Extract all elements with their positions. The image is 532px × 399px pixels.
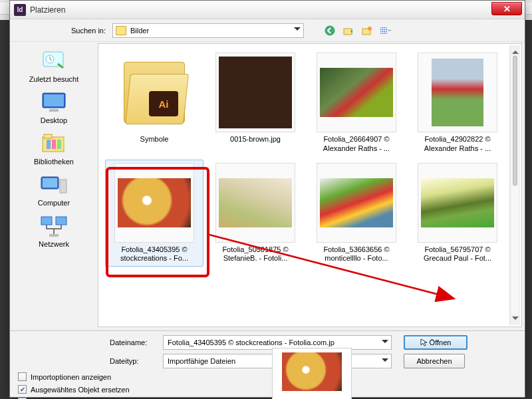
places-label: Desktop [14,116,94,124]
file-list[interactable]: Ai Symbole 0015-brown.jpg Fotolia_266649… [98,43,522,327]
places-label: Computer [14,199,94,207]
chevron-down-icon [382,358,388,365]
svg-rect-11 [44,134,52,138]
filetype-label: Dateityp: [110,357,163,365]
image-thumb [320,68,393,117]
checkbox-icon [18,372,27,381]
up-one-level-button[interactable] [341,23,356,38]
check-replace-selected[interactable]: ✔ Ausgewähltes Objekt ersetzen [18,385,519,394]
folder-thumb-icon: Ai [124,62,185,123]
svg-rect-16 [43,178,57,188]
image-thumb [219,178,292,227]
chevron-down-icon [294,27,301,34]
checkbox-icon: ✔ [18,385,27,394]
file-caption: Fotolia_53663656 © [311,245,402,255]
chevron-down-icon [382,340,388,346]
scroll-up-button[interactable] [510,45,520,56]
open-label: Öffnen [430,338,452,346]
filetype-value: Importfähige Dateien [168,357,235,365]
file-item[interactable]: Fotolia_56795707 ©Grecaud Paul - Fot... [408,160,507,267]
svg-rect-20 [49,234,59,237]
computer-icon [40,172,68,198]
folder-new-icon [362,25,372,36]
scroll-down-button[interactable] [510,315,520,325]
file-caption: Fotolia_42902822 © [412,135,503,144]
lookin-dropdown[interactable]: Bilder [112,23,304,38]
image-thumb [320,178,393,227]
check-import-options[interactable]: Importoptionen anzeigen [18,372,519,381]
check-label: Importoptionen anzeigen [31,373,111,381]
filename-value: Fotolia_43405395 © stockcreations - Foto… [168,338,334,346]
new-folder-button[interactable] [360,23,374,38]
file-item[interactable]: Fotolia_26664907 ©Alexander Raths - ... [307,49,406,157]
places-bar: Zuletzt besucht Desktop Bibliotheken Com… [10,42,98,330]
svg-rect-18 [41,217,52,225]
file-item-selected[interactable]: Fotolia_43405395 ©stockcreations - Fo... [105,160,203,267]
image-thumb [219,57,292,128]
nav-back-button[interactable] [323,23,337,38]
file-grid: Ai Symbole 0015-brown.jpg Fotolia_266649… [105,49,519,324]
svg-rect-12 [47,140,51,149]
file-item[interactable]: Fotolia_42902822 ©Alexander Raths - ... [408,49,507,157]
image-thumb [421,178,494,227]
svg-rect-19 [56,217,66,225]
places-recent[interactable]: Zuletzt besucht [14,46,94,86]
places-computer[interactable]: Computer [14,170,94,209]
file-caption: Fotolia_43405395 © [108,245,200,255]
folder-icon [116,26,126,35]
desktop-icon [40,90,68,115]
lookin-label: Suchen in: [10,27,110,35]
preview-image [282,352,342,391]
places-desktop[interactable]: Desktop [14,87,94,127]
image-thumb [432,59,483,126]
folder-up-icon [343,25,354,36]
options-area: Importoptionen anzeigen ✔ Ausgewähltes O… [10,370,525,399]
svg-point-0 [325,26,334,35]
back-arrow-icon [325,25,335,36]
svg-rect-14 [57,140,61,149]
cursor-icon [420,338,428,346]
places-label: Bibliotheken [14,158,94,166]
check-label: Ausgewähltes Objekt ersetzen [31,386,130,394]
svg-rect-8 [44,94,64,106]
preview-pane [272,348,352,399]
file-item-folder-symbole[interactable]: Ai Symbole [105,49,203,157]
image-thumb [118,178,191,227]
svg-rect-4 [381,27,387,33]
view-grid-icon [380,25,391,36]
close-button[interactable]: ✕ [491,2,522,15]
file-caption: Fotolia_50561875 © [209,245,301,255]
svg-rect-13 [52,140,56,149]
places-network[interactable]: Netzwerk [14,211,94,251]
view-menu-button[interactable] [378,23,393,38]
place-dialog: Id Platzieren ✕ Suchen in: Bilder [9,0,525,398]
open-button[interactable]: Öffnen [404,335,467,350]
file-list-scrollbar[interactable] [509,45,520,325]
file-item[interactable]: Fotolia_50561875 ©StefanieB. - Fotoli... [206,160,305,267]
lookin-value: Bilder [130,27,149,35]
places-libraries[interactable]: Bibliotheken [14,128,94,168]
lookin-toolbar: Suchen in: Bilder [10,19,525,42]
svg-rect-9 [49,109,59,112]
network-icon [40,213,68,239]
file-item[interactable]: 0015-brown.jpg [206,49,305,157]
places-label: Zuletzt besucht [14,75,94,83]
file-caption: Fotolia_56795707 © [412,245,503,255]
svg-rect-17 [60,180,66,193]
svg-rect-1 [344,29,352,35]
scrollbar-thumb[interactable] [513,56,517,186]
recent-icon [40,49,68,74]
titlebar: Id Platzieren ✕ [10,1,525,19]
filename-label: Dateiname: [110,338,163,346]
file-item[interactable]: Fotolia_53663656 ©monticellllo - Foto... [307,160,406,267]
file-caption: Symbole [108,135,200,144]
file-caption: Fotolia_26664907 © [311,135,402,144]
cancel-button[interactable]: Abbrechen [404,354,465,368]
close-icon: ✕ [503,4,511,14]
dialog-title: Platzieren [30,5,65,15]
indesign-icon: Id [14,4,26,16]
svg-point-3 [368,27,372,31]
file-caption: 0015-brown.jpg [209,135,301,144]
libraries-icon [40,131,68,156]
filename-area: Dateiname: Fotolia_43405395 © stockcreat… [10,331,525,370]
